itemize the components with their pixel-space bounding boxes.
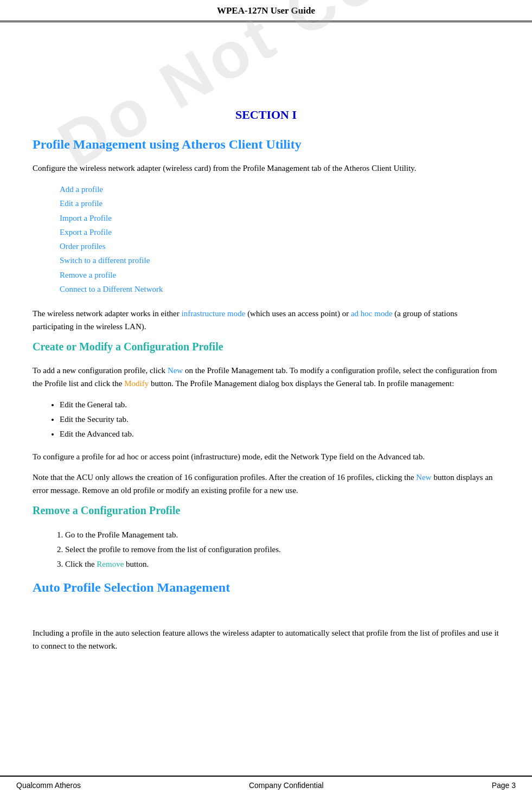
page-header: WPEA-127N User Guide: [0, 0, 532, 22]
page-wrapper: WPEA-127N User Guide Do Not Copy SECTION…: [0, 0, 532, 794]
adhoc-mode-link[interactable]: ad hoc mode: [351, 309, 393, 318]
auto-heading: Auto Profile Selection Management: [33, 580, 499, 595]
create-para1-text3: button. The Profile Management dialog bo…: [149, 379, 454, 388]
create-para-2: To configure a profile for ad hoc or acc…: [33, 450, 499, 463]
toc-item-edit[interactable]: Edit a profile: [60, 196, 499, 210]
bullet-item-advanced: Edit the Advanced tab.: [60, 427, 499, 441]
footer-center: Company Confidential: [249, 781, 324, 790]
section-label: SECTION I: [33, 108, 499, 122]
toc-item-connect[interactable]: Connect to a Different Network: [60, 282, 499, 296]
toc-link-switch[interactable]: Switch to a different profile: [60, 256, 150, 265]
main-content: Do Not Copy SECTION I Profile Management…: [0, 22, 532, 693]
create-para1-text1: To add a new configuration profile, clic…: [33, 366, 168, 375]
toc-item-switch[interactable]: Switch to a different profile: [60, 253, 499, 267]
network-mode-text-1: The wireless network adapter works in ei…: [33, 309, 182, 318]
toc-list: Add a profile Edit a profile Import a Pr…: [33, 182, 499, 296]
toc-link-export[interactable]: Export a Profile: [60, 228, 112, 236]
infrastructure-mode-link[interactable]: infrastructure mode: [182, 309, 246, 318]
bullet-item-security: Edit the Security tab.: [60, 412, 499, 427]
remove-heading: Remove a Configuration Profile: [33, 504, 499, 517]
toc-link-order[interactable]: Order profiles: [60, 242, 106, 251]
remove-step-3: Click the Remove button.: [65, 557, 499, 572]
toc-link-edit[interactable]: Edit a profile: [60, 199, 102, 208]
toc-link-connect[interactable]: Connect to a Different Network: [60, 285, 163, 293]
remove-link[interactable]: Remove: [97, 560, 124, 568]
bullet-list: Edit the General tab. Edit the Security …: [33, 398, 499, 441]
auto-para: Including a profile in the auto selectio…: [33, 626, 499, 652]
toc-link-add[interactable]: Add a profile: [60, 185, 103, 194]
new-link-2[interactable]: New: [416, 473, 431, 482]
toc-item-order[interactable]: Order profiles: [60, 239, 499, 253]
toc-item-add[interactable]: Add a profile: [60, 182, 499, 196]
watermark: Do Not Copy: [45, 0, 487, 182]
intro-text: Configure the wireless network adapter (…: [33, 162, 499, 175]
main-heading: Profile Management using Atheros Client …: [33, 137, 499, 152]
network-mode-paragraph: The wireless network adapter works in ei…: [33, 307, 499, 333]
create-para3-text1: Note that the ACU only allows the creati…: [33, 473, 416, 482]
footer-right: Page 3: [492, 781, 516, 790]
toc-item-export[interactable]: Export a Profile: [60, 225, 499, 239]
footer-left: Qualcomm Atheros: [16, 781, 81, 790]
remove-step-2: Select the profile to remove from the li…: [65, 542, 499, 557]
toc-link-remove[interactable]: Remove a profile: [60, 271, 116, 279]
new-link-1[interactable]: New: [168, 366, 183, 375]
bullet-item-general: Edit the General tab.: [60, 398, 499, 412]
modify-link[interactable]: Modify: [124, 379, 149, 388]
create-para-3: Note that the ACU only allows the creati…: [33, 471, 499, 497]
remove-step-1: Go to the Profile Management tab.: [65, 528, 499, 542]
toc-item-import[interactable]: Import a Profile: [60, 211, 499, 225]
auto-para-spacer: [33, 606, 499, 619]
toc-item-remove[interactable]: Remove a profile: [60, 268, 499, 282]
page-footer: Qualcomm Atheros Company Confidential Pa…: [0, 776, 532, 794]
network-mode-text-2: (which uses an access point) or: [245, 309, 351, 318]
remove-steps: Go to the Profile Management tab. Select…: [33, 528, 499, 572]
create-heading: Create or Modify a Configuration Profile: [33, 341, 499, 353]
toc-link-import[interactable]: Import a Profile: [60, 214, 112, 222]
page-header-title: WPEA-127N User Guide: [217, 5, 315, 16]
create-para-1: To add a new configuration profile, clic…: [33, 364, 499, 390]
